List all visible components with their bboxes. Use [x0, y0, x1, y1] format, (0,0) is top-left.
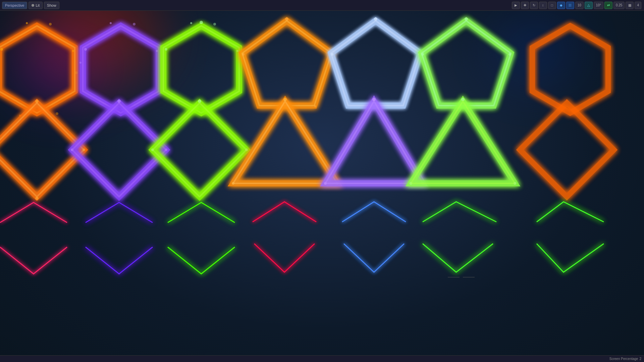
show-button[interactable]: Show: [44, 2, 59, 9]
shape-chevron-pink-bot-2: [254, 244, 315, 272]
shape-hex-partial-orange: [532, 26, 608, 113]
shape-chevron-purple-top-1: [86, 202, 153, 223]
svg-point-21: [213, 23, 216, 25]
svg-marker-72: [520, 103, 614, 197]
shape-tri-orange: [232, 98, 338, 185]
shape-hex-green-1: [163, 21, 239, 113]
globe-icon-btn[interactable]: ◆: [557, 2, 565, 9]
svg-point-1: [0, 48, 3, 51]
svg-point-13: [156, 50, 158, 52]
svg-point-6: [49, 23, 52, 25]
svg-marker-34: [331, 21, 420, 106]
show-label: Show: [47, 3, 56, 7]
svg-point-11: [84, 48, 87, 51]
angle-value: 10°: [594, 2, 603, 9]
viewport: Perspective Lit Show ▶ ✚ ↻ ↕ □ ◆ ☷ 10 △ …: [0, 0, 644, 362]
lit-dot: [32, 4, 34, 7]
maximize-icon-btn[interactable]: □: [548, 2, 556, 9]
svg-point-20: [190, 22, 192, 24]
shape-tri-green: [410, 98, 516, 185]
perspective-angle-btn[interactable]: △: [585, 2, 593, 9]
svg-marker-39: [422, 21, 511, 106]
shape-chevron-green-top-1: [168, 202, 235, 223]
shape-chevron-pink-1: [0, 202, 67, 223]
shape-tri-purple: [324, 98, 424, 185]
svg-marker-60: [233, 101, 337, 183]
shape-chevron-pink-top-2: [253, 202, 316, 222]
cursor-icon-btn[interactable]: ▶: [512, 2, 520, 9]
shape-chevron-green-bot-2: [423, 244, 493, 272]
svg-marker-61: [325, 101, 423, 183]
svg-point-5: [26, 22, 28, 24]
svg-marker-65: [325, 101, 423, 183]
shape-chevron-green-top-2: [423, 202, 496, 222]
svg-marker-29: [242, 21, 331, 106]
screen-percentage-value: 2: [639, 357, 641, 361]
svg-point-8: [56, 112, 58, 115]
svg-point-3: [72, 50, 74, 52]
expand-icon-btn[interactable]: ⇄: [604, 2, 612, 9]
shape-pent-green-1: [421, 17, 511, 106]
svg-point-19: [236, 50, 238, 52]
grid-value: 10: [575, 2, 584, 9]
svg-point-18: [165, 48, 167, 51]
svg-marker-17: [163, 26, 239, 113]
rotate-icon-btn[interactable]: ↻: [530, 2, 538, 9]
svg-marker-10: [83, 26, 159, 113]
shape-chevron-pink-bot-1: [0, 247, 67, 274]
shape-chevron-partial-green-bot: [537, 244, 604, 272]
svg-point-15: [133, 23, 136, 25]
grid-icon-btn[interactable]: ☷: [566, 2, 574, 9]
shape-chevron-blue-bot-1: [344, 244, 404, 272]
svg-point-22: [200, 21, 203, 24]
svg-point-14: [110, 22, 112, 24]
toolbar: Perspective Lit Show ▶ ✚ ↻ ↕ □ ◆ ☷ 10 △ …: [0, 0, 644, 11]
toolbar-left: Perspective Lit Show: [0, 2, 61, 9]
speed-value: 0.25: [613, 2, 625, 9]
toolbar-right: ▶ ✚ ↻ ↕ □ ◆ ☷ 10 △ 10° ⇄ 0.25 ▩ 4: [512, 2, 644, 9]
monitor-icon-btn[interactable]: ▩: [626, 2, 634, 9]
canvas-area: [0, 11, 644, 355]
shape-diamond-partial-orange: [520, 103, 614, 197]
lit-label: Lit: [36, 3, 40, 7]
shape-chevron-blue-top-1: [342, 202, 406, 222]
screen-percentage-label: Screen Percentage: [609, 357, 638, 361]
shape-pent-blue-1: [331, 17, 421, 106]
shape-chevron-partial-green: [537, 202, 604, 222]
svg-marker-66: [411, 101, 515, 183]
svg-point-4: [75, 71, 78, 74]
svg-point-12: [79, 62, 82, 64]
perspective-label: Perspective: [5, 3, 24, 7]
svg-marker-70: [411, 101, 515, 183]
lit-button[interactable]: Lit: [29, 2, 43, 9]
monitor-value: 4: [635, 2, 641, 9]
svg-marker-71: [532, 26, 608, 113]
shape-chevron-purple-bot-1: [86, 247, 153, 274]
shape-pent-orange-1: [242, 17, 332, 107]
move-icon-btn[interactable]: ✚: [521, 2, 529, 9]
shape-chevron-green-bot-1: [168, 247, 235, 274]
perspective-button[interactable]: Perspective: [2, 2, 27, 9]
status-bar: Screen Percentage 2: [0, 355, 644, 362]
scale-icon-btn[interactable]: ↕: [539, 2, 547, 9]
svg-marker-56: [233, 101, 337, 183]
